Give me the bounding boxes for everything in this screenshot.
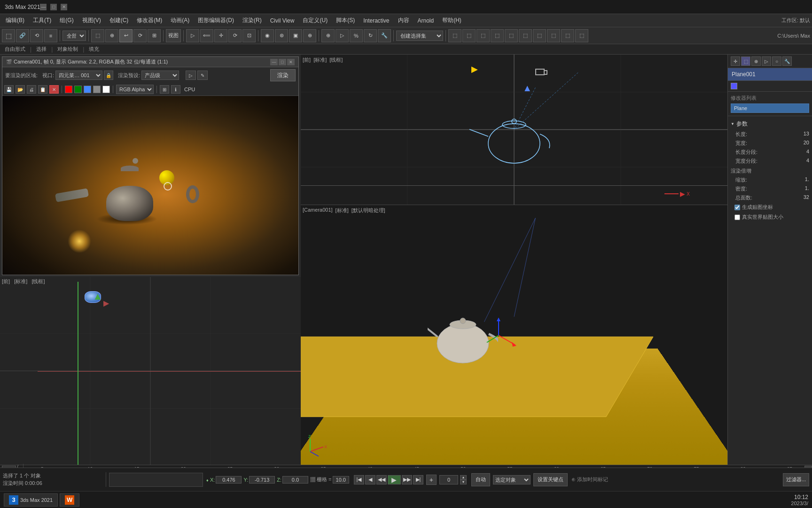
curve-editor[interactable]: ⬚ [448,29,461,42]
viewport-select[interactable]: 四元菜… 001 [55,71,102,80]
sub-fill[interactable]: 填充 [86,46,102,53]
scene-explorer[interactable]: ⬚ [533,29,546,42]
select-region[interactable]: ⬚ [91,29,104,42]
filter-btn[interactable]: 过滤器... [783,473,809,486]
sub-freeform[interactable]: 自由形式 [2,46,28,53]
color-mono[interactable] [102,86,110,93]
redo-scene[interactable]: ▷ [336,29,349,42]
link-tool[interactable]: 🔗 [16,29,29,42]
snap-3d[interactable]: ◉ [261,29,274,42]
selection-set[interactable]: 创建选择集 [396,31,443,41]
obj-color-swatch[interactable] [731,83,737,89]
menu-view[interactable]: 视图(V) [78,15,105,26]
realworld-checkbox[interactable] [734,214,740,220]
modify-panel-btn[interactable]: ⬚ [741,56,750,66]
snap-angle[interactable]: ⊛ [275,29,288,42]
snap-percent[interactable]: ▣ [289,29,302,42]
modifier-plane-item[interactable]: Plane [731,103,809,113]
menu-interactive[interactable]: Interactive [359,16,393,25]
frame-counter-input[interactable] [439,475,458,484]
menu-modifier[interactable]: 修改器(M) [133,15,166,26]
play-fwd-btn[interactable]: ▶▶ [402,475,412,484]
rt-expand[interactable]: ⊞ [160,85,169,94]
material-editor[interactable]: ⬚ [476,29,490,42]
select-region3[interactable]: ⊞ [148,29,161,42]
menu-create[interactable]: 创建(C) [106,15,133,26]
menu-arnold[interactable]: Arnold [414,16,438,25]
percent[interactable]: % [350,29,363,42]
bind-tool[interactable]: ≡ [44,29,57,42]
color-green[interactable] [74,86,82,93]
menu-edit[interactable]: 编辑(B) [2,15,28,26]
menu-civil-view[interactable]: Civil View [266,16,298,25]
uvw-checkbox[interactable] [734,205,740,210]
render-icon-btn1[interactable]: ▷ [186,71,196,80]
render-button[interactable]: 渲染 [270,69,296,81]
view-btn[interactable]: 视图 [166,29,181,42]
dialog-minimize[interactable]: — [270,59,278,65]
next-frame-btn[interactable]: ▶| [413,475,423,484]
schematic-view[interactable]: ⬚ [462,29,476,42]
transform-tool[interactable]: ⟳ [228,29,242,42]
render-frame[interactable]: ⬚ [505,29,518,42]
menu-group[interactable]: 组(G) [56,15,77,26]
frame-down-btn[interactable]: ▼ [460,480,467,484]
scale-tool[interactable]: ✛ [214,29,227,42]
taskbar-item-3[interactable]: 3 3ds Max 2021 [4,493,58,507]
pivot-tool[interactable]: ⊡ [242,29,256,42]
rt-open[interactable]: 📂 [16,85,25,94]
close-button[interactable]: ✕ [61,4,67,10]
render-icon-btn2[interactable]: ✎ [197,71,208,80]
render-last[interactable]: ⬚ [519,29,532,42]
unlink-tool[interactable]: ⟲ [30,29,43,42]
layer-explorer[interactable]: ⬚ [547,29,560,42]
rotate-tool[interactable]: ⟸ [200,29,213,42]
filter-select[interactable]: 全部 [62,31,86,41]
create-panel-btn[interactable]: ✛ [731,56,740,66]
bottom-viewport[interactable]: [Camera001] [标准] [默认明暗处理] [301,205,727,465]
select-region2[interactable]: ⟳ [133,29,147,42]
rt-copy[interactable]: 📋 [38,85,47,94]
display-btn[interactable]: ○ [772,56,781,66]
params-header[interactable]: ▼ 参数 [731,118,809,130]
utilities-btn[interactable]: 🔧 [782,56,792,66]
undo-scene[interactable]: ⊕ [321,29,335,42]
rt-save[interactable]: 💾 [4,85,14,94]
maximize-button[interactable]: □ [50,4,57,10]
play-back-btn[interactable]: ◀◀ [376,475,387,484]
select-filter[interactable]: ↩ [119,29,133,42]
add-time-btn[interactable]: + [426,475,437,485]
menu-help[interactable]: 帮助(H) [438,15,465,26]
menu-render[interactable]: 渲染(R) [239,15,265,26]
menu-content[interactable]: 内容 [394,15,413,26]
dialog-maximize[interactable]: □ [279,59,286,65]
prev-frame-btn[interactable]: ◀ [365,475,375,484]
more1[interactable]: ⬚ [561,29,574,42]
dialog-close[interactable]: ✕ [287,59,295,65]
select-object[interactable]: ⊕ [105,29,118,42]
mirror[interactable]: ↻ [364,29,377,42]
snap-spinner[interactable]: ⊕ [303,29,316,42]
frame-up-btn[interactable]: ▲ [460,475,467,480]
select-tool[interactable]: ⬚ [2,29,15,42]
more2[interactable]: ⬚ [575,29,588,42]
lock-btn[interactable]: 🔒 [104,71,113,80]
channel-select[interactable]: RGB Alpha [116,85,154,94]
taskbar-item-w[interactable]: W [60,493,79,507]
menu-animation[interactable]: 动画(A) [167,15,193,26]
minimize-button[interactable]: — [40,4,47,10]
coord-select[interactable]: 选定对象 [493,475,531,484]
rt-info[interactable]: ℹ [171,85,180,94]
hierarchy-btn[interactable]: ⊕ [751,56,761,66]
sub-select[interactable]: 选择 [33,46,49,53]
sub-draw[interactable]: 对象绘制 [55,46,81,53]
go-start-btn[interactable]: |◀ [354,475,364,484]
render-setup[interactable]: ⬚ [491,29,504,42]
color-alpha[interactable] [93,86,101,93]
preset-select[interactable]: 产品级 [141,71,179,80]
move-tool[interactable]: ▷ [186,29,199,42]
rt-close[interactable]: ✕ [49,85,59,94]
autokey-btn[interactable]: 自动 [471,473,490,486]
play-btn[interactable]: ▶ [388,475,401,484]
align[interactable]: 🔧 [378,29,391,42]
